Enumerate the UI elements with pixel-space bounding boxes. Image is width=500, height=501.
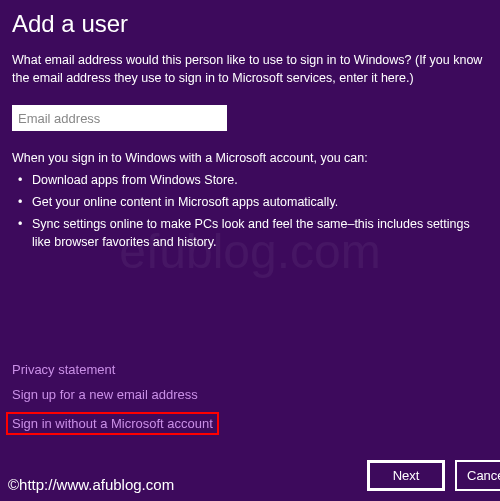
benefits-intro: When you sign in to Windows with a Micro… (12, 151, 488, 165)
intro-text: What email address would this person lik… (12, 52, 488, 87)
email-field[interactable] (12, 105, 227, 131)
benefits-list: Download apps from Windows Store. Get yo… (12, 171, 488, 252)
cancel-button[interactable]: Cancel (455, 460, 500, 491)
list-item: Get your online content in Microsoft app… (18, 193, 488, 211)
signup-link[interactable]: Sign up for a new email address (12, 387, 198, 402)
next-button[interactable]: Next (367, 460, 445, 491)
page-title: Add a user (12, 10, 488, 38)
list-item: Download apps from Windows Store. (18, 171, 488, 189)
footer-text: ©http://www.afublog.com (8, 476, 174, 493)
privacy-link[interactable]: Privacy statement (12, 362, 115, 377)
list-item: Sync settings online to make PCs look an… (18, 215, 488, 251)
no-account-link[interactable]: Sign in without a Microsoft account (6, 412, 219, 435)
